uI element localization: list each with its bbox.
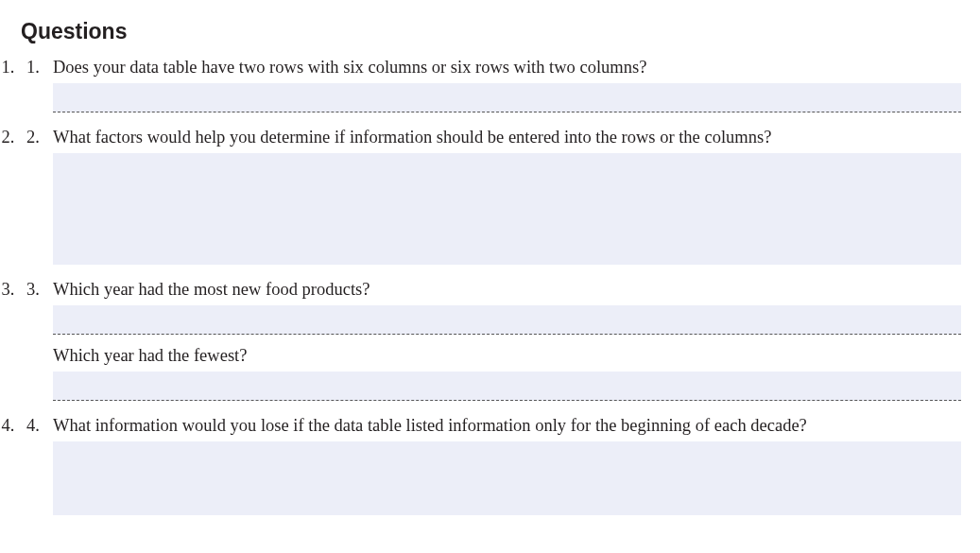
section-heading: Questions	[21, 19, 961, 44]
question-2: What factors would help you determine if…	[19, 126, 961, 265]
question-2-text: What factors would help you determine if…	[53, 126, 961, 149]
answer-input-1[interactable]	[53, 83, 961, 112]
question-3b-text: Which year had the fewest?	[53, 344, 961, 368]
question-4: What information would you lose if the d…	[19, 414, 961, 515]
question-3: Which year had the most new food product…	[19, 278, 961, 401]
answer-input-3a[interactable]	[53, 305, 961, 335]
question-1-text: Does your data table have two rows with …	[53, 56, 961, 79]
answer-input-4[interactable]	[53, 441, 961, 515]
question-1: Does your data table have two rows with …	[19, 56, 961, 112]
answer-input-3b[interactable]	[53, 372, 961, 401]
question-list: Does your data table have two rows with …	[19, 56, 961, 515]
question-3a-text: Which year had the most new food product…	[53, 278, 961, 302]
answer-input-2[interactable]	[53, 153, 961, 265]
question-4-text: What information would you lose if the d…	[53, 414, 961, 438]
